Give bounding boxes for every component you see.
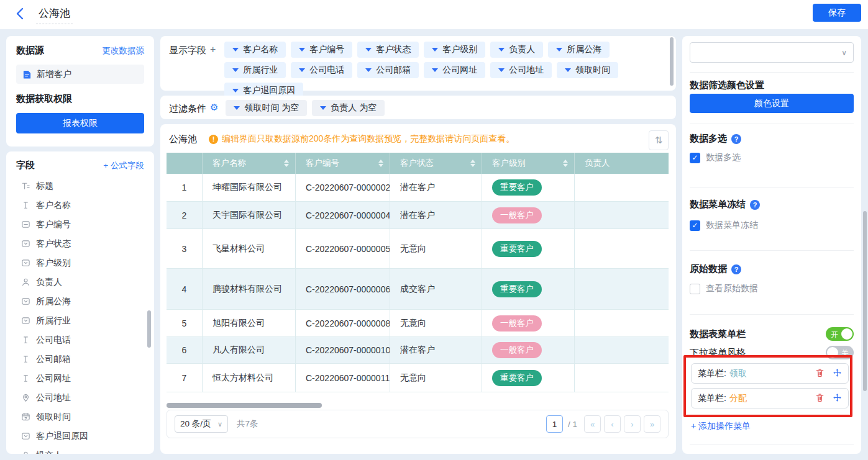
column-header[interactable]: 负责人 bbox=[575, 153, 669, 174]
sort-icon[interactable] bbox=[284, 160, 289, 167]
table-row[interactable]: 1坤曜国际有限公司C-20220607-0000002潜在客户重要客户 bbox=[167, 174, 669, 202]
display-field-chip[interactable]: 客户级别 bbox=[424, 42, 485, 58]
add-action-menu-link[interactable]: + 添加操作菜单 bbox=[691, 421, 751, 432]
menubar-item[interactable]: 菜单栏:领取 bbox=[691, 363, 849, 384]
column-header-label: 客户状态 bbox=[400, 158, 434, 169]
display-field-chip[interactable]: 公司地址 bbox=[490, 62, 552, 78]
middle-scrollbar[interactable] bbox=[670, 37, 674, 86]
fields-scrollbar[interactable] bbox=[147, 310, 151, 348]
table-row[interactable]: 6凡人有限公司C-20220607-0000010潜在客户一般客户 bbox=[167, 337, 669, 364]
back-icon[interactable] bbox=[12, 6, 29, 22]
customer-status-cell: 无意向 bbox=[390, 364, 482, 392]
help-icon[interactable]: ? bbox=[750, 200, 760, 210]
field-item-date[interactable]: 领取时间 bbox=[16, 407, 144, 426]
field-item-text[interactable]: 公司电话 bbox=[16, 330, 144, 350]
next-page-icon[interactable]: › bbox=[624, 415, 641, 433]
table-row[interactable]: 7恒太方材料公司C-20220607-0000011无意向重要客户 bbox=[167, 364, 669, 392]
menu-freeze-label: 数据菜单冻结 bbox=[706, 220, 758, 231]
change-datasource-link[interactable]: 更改数据源 bbox=[103, 45, 145, 56]
chevron-down-icon bbox=[556, 48, 562, 52]
horizontal-scrollbar[interactable] bbox=[167, 403, 490, 408]
display-field-chip[interactable]: 领取时间 bbox=[557, 62, 618, 78]
help-icon[interactable]: ? bbox=[731, 134, 741, 144]
move-icon[interactable] bbox=[833, 393, 842, 404]
filter-chip[interactable]: 领取时间 为空 bbox=[226, 100, 307, 116]
color-setting-button[interactable]: 颜色设置 bbox=[690, 94, 854, 113]
field-item-title[interactable]: 标题 bbox=[16, 176, 144, 196]
datasource-title: 数据源 bbox=[16, 45, 44, 56]
level-badge: 一般客户 bbox=[492, 207, 542, 223]
prev-page-icon[interactable]: ‹ bbox=[604, 415, 621, 433]
add-display-field-icon[interactable]: + bbox=[206, 42, 216, 55]
customer-code-cell: C-20220607-0000002 bbox=[296, 174, 390, 202]
raw-data-checkbox-row[interactable]: 查看原始数据 bbox=[690, 283, 854, 294]
table-row[interactable]: 2天宇国际有限公司C-20220607-0000004潜在客户一般客户 bbox=[167, 202, 669, 229]
field-item-select[interactable]: 客户退回原因 bbox=[16, 426, 144, 446]
help-icon[interactable]: ? bbox=[731, 264, 741, 274]
dropdown-style-toggle-off[interactable]: 关 bbox=[826, 346, 854, 359]
field-item-text[interactable]: 公司网址 bbox=[16, 369, 144, 388]
field-item-select[interactable]: 所属行业 bbox=[16, 311, 144, 330]
display-field-chip[interactable]: 客户状态 bbox=[357, 42, 419, 58]
owner-cell bbox=[575, 337, 669, 364]
field-item-text[interactable]: 公司邮箱 bbox=[16, 350, 144, 369]
field-item-number[interactable]: 客户编号 bbox=[16, 215, 144, 234]
customer-name-cell: 天宇国际有限公司 bbox=[203, 202, 296, 229]
checkbox-checked-icon[interactable]: ✓ bbox=[690, 220, 700, 231]
datasource-item[interactable]: 新增客户 bbox=[16, 65, 144, 84]
sort-icon[interactable] bbox=[470, 160, 475, 167]
display-field-chip[interactable]: 公司邮箱 bbox=[357, 62, 419, 78]
page-scrollbar[interactable] bbox=[863, 211, 867, 391]
customer-level-cell: 一般客户 bbox=[482, 310, 575, 337]
move-icon[interactable] bbox=[833, 368, 842, 379]
trash-icon[interactable] bbox=[815, 368, 825, 379]
multi-select-checkbox-row[interactable]: ✓ 数据多选 bbox=[690, 152, 854, 163]
column-header[interactable]: 客户编号 bbox=[296, 153, 390, 174]
pagination-bar: 20 条/页 ∨ 共7条 1 / 1 «‹›» bbox=[167, 410, 669, 438]
display-field-chip[interactable]: 负责人 bbox=[490, 42, 543, 58]
display-field-chip[interactable]: 所属行业 bbox=[224, 62, 286, 78]
display-field-chip[interactable]: 公司电话 bbox=[291, 62, 352, 78]
sort-icon[interactable] bbox=[378, 160, 383, 167]
table-row[interactable]: 5旭阳有限公司C-20220607-0000008无意向一般客户 bbox=[167, 310, 669, 337]
field-item-location[interactable]: 公司地址 bbox=[16, 388, 144, 407]
trash-icon[interactable] bbox=[815, 393, 825, 404]
page-size-select[interactable]: 20 条/页 ∨ bbox=[175, 415, 228, 433]
checkbox-unchecked-icon[interactable] bbox=[690, 284, 700, 294]
formula-field-link[interactable]: + 公式字段 bbox=[103, 160, 144, 171]
display-field-chip[interactable]: 客户编号 bbox=[291, 42, 352, 58]
save-button[interactable]: 保存 bbox=[813, 4, 861, 22]
sort-order-icon[interactable]: ⇅ bbox=[649, 130, 669, 150]
field-item-select[interactable]: 客户状态 bbox=[16, 234, 144, 253]
menubar-item[interactable]: 菜单栏:分配 bbox=[691, 388, 849, 408]
customer-level-cell: 重要客户 bbox=[482, 174, 575, 202]
table-row[interactable]: 3飞星材料公司C-20220607-0000005无意向重要客户 bbox=[167, 229, 669, 269]
filter-chip[interactable]: 负责人 为空 bbox=[312, 100, 385, 116]
menu-freeze-checkbox-row[interactable]: ✓ 数据菜单冻结 bbox=[690, 220, 854, 231]
first-page-icon[interactable]: « bbox=[584, 415, 601, 433]
field-item-select[interactable]: 所属公海 bbox=[16, 292, 144, 311]
field-item-select[interactable]: 客户级别 bbox=[16, 253, 144, 273]
field-item-text[interactable]: 客户名称 bbox=[16, 196, 144, 215]
sort-icon[interactable] bbox=[563, 160, 568, 167]
menubar-toggle-on[interactable]: 开 bbox=[826, 327, 854, 341]
report-permission-button[interactable]: 报表权限 bbox=[16, 113, 144, 133]
field-item-person[interactable]: 负责人 bbox=[16, 273, 144, 292]
display-field-chip[interactable]: 公司网址 bbox=[424, 62, 485, 78]
customer-level-cell: 重要客户 bbox=[482, 229, 575, 269]
column-header[interactable]: 客户名称 bbox=[203, 153, 296, 174]
column-header[interactable]: 客户状态 bbox=[390, 153, 482, 174]
owner-cell bbox=[575, 310, 669, 337]
table-row[interactable]: 4腾骏材料有限公司C-20220607-0000006成交客户重要客户 bbox=[167, 269, 669, 310]
settings-select[interactable]: ∨ bbox=[690, 42, 854, 63]
current-page-box[interactable]: 1 bbox=[546, 415, 563, 433]
last-page-icon[interactable]: » bbox=[644, 415, 660, 433]
gear-icon[interactable]: ⚙ bbox=[206, 100, 218, 113]
chevron-down-icon bbox=[498, 48, 505, 52]
checkbox-checked-icon[interactable]: ✓ bbox=[690, 153, 700, 163]
display-field-chip[interactable]: 所属公海 bbox=[548, 42, 610, 58]
column-header[interactable]: 客户级别 bbox=[482, 153, 575, 174]
display-field-chip[interactable]: 客户名称 bbox=[224, 42, 286, 58]
level-badge: 重要客户 bbox=[492, 179, 542, 196]
field-item-person[interactable]: 提交人 bbox=[16, 446, 144, 454]
